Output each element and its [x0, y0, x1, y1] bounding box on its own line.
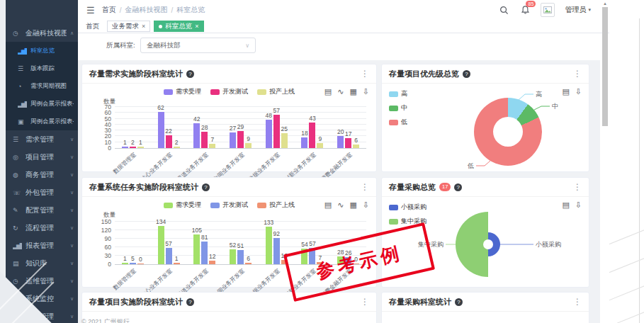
sidebar-item-项目管理[interactable]: ◎项目管理∨	[6, 148, 78, 166]
bar-投产上线[interactable]	[209, 144, 215, 148]
bar-需求受理[interactable]	[337, 136, 344, 148]
scrollbar-thumb[interactable]	[602, 7, 608, 126]
data-view-icon[interactable]: ▤	[324, 87, 332, 96]
line-toggle-icon[interactable]: ∿	[337, 200, 344, 209]
more-icon[interactable]: ⋮	[361, 297, 369, 307]
department-select[interactable]: 金融科技部 ∨	[140, 38, 256, 53]
bar-开发测试[interactable]	[166, 248, 172, 264]
download-icon[interactable]: ⇩	[363, 200, 369, 209]
sidebar-item-配置管理[interactable]: ✎配置管理∨	[6, 201, 78, 219]
tab-dept-overview[interactable]: 科室总览 ×	[154, 21, 203, 32]
bar-开发测试[interactable]	[201, 242, 208, 264]
legend-item-开发测试[interactable]: 开发测试	[210, 200, 248, 210]
bar-开发测试[interactable]	[237, 131, 244, 148]
sidebar-item-运维管理[interactable]: ◷运维管理∨	[6, 272, 78, 290]
more-icon[interactable]: ⋮	[361, 69, 369, 79]
bar-投产上线[interactable]	[245, 143, 252, 148]
more-icon[interactable]: ⋮	[361, 182, 369, 192]
help-icon[interactable]: ?	[454, 183, 462, 191]
bar-开发测试[interactable]	[345, 138, 351, 148]
bar-需求受理[interactable]	[301, 137, 307, 148]
bar-开发测试[interactable]	[309, 123, 315, 148]
close-icon[interactable]: ×	[142, 22, 145, 30]
more-icon[interactable]: ⋮	[573, 182, 582, 192]
bar-需求受理[interactable]	[158, 226, 164, 264]
bar-需求受理[interactable]	[122, 147, 128, 148]
data-view-icon[interactable]: ▤	[562, 87, 569, 96]
sidebar-item-周例会展示报表-采购[interactable]: ▣周例会展示报表-采购	[6, 113, 78, 130]
data-view-icon[interactable]: ▤	[324, 200, 332, 209]
sidebar-item-科室总览[interactable]: ▂▅▇科室总览	[6, 42, 78, 60]
avatar[interactable]	[541, 3, 555, 17]
bar-需求受理[interactable]	[266, 120, 272, 148]
sidebar-item-需求管理[interactable]: ☰需求管理∨	[6, 130, 78, 148]
legend-item-需求受理[interactable]: 需求受理	[164, 200, 201, 210]
legend-item-中[interactable]: 中	[389, 103, 407, 113]
bar-需求受理[interactable]	[193, 123, 200, 148]
bar-toggle-icon[interactable]: ▦	[349, 200, 356, 209]
help-icon[interactable]: ?	[463, 70, 470, 78]
bar-开发测试[interactable]	[273, 238, 280, 264]
download-icon[interactable]: ⇩	[575, 200, 582, 209]
bar-需求受理[interactable]	[266, 227, 272, 264]
search-icon[interactable]	[498, 4, 509, 16]
data-view-icon[interactable]: ▤	[562, 200, 569, 209]
legend-item-高[interactable]: 高	[389, 89, 407, 98]
sidebar-item-流程管理[interactable]: ↻流程管理∨	[6, 219, 78, 237]
bar-投产上线[interactable]	[245, 263, 252, 264]
user-menu[interactable]: 管理员 ▾	[565, 5, 591, 15]
scroll-up-icon[interactable]: ▴	[601, 0, 609, 7]
more-icon[interactable]: ⋮	[573, 69, 582, 79]
bar-投产上线[interactable]	[353, 144, 359, 148]
sidebar-item-周例会展示报表-项目[interactable]: ▂▅▇周例会展示报表-项目	[6, 95, 78, 113]
legend-item-投产上线[interactable]: 投产上线	[257, 87, 295, 96]
help-icon[interactable]: ?	[455, 298, 463, 306]
sidebar-item-需求周期视图[interactable]: ◔需求周期视图	[6, 77, 78, 95]
bar-需求受理[interactable]	[158, 112, 164, 148]
download-icon[interactable]: ⇩	[575, 87, 582, 96]
bar-需求受理[interactable]	[230, 249, 236, 264]
more-icon[interactable]: ⋮	[573, 297, 582, 307]
bar-开发测试[interactable]	[273, 115, 280, 148]
bar-开发测试[interactable]	[237, 250, 244, 264]
sidebar-item-报表管理[interactable]: ▂▅▇报表管理∨	[6, 237, 78, 254]
breadcrumb-link[interactable]: 金融科技视图	[125, 5, 167, 15]
bar-需求受理[interactable]	[230, 132, 236, 148]
bar-投产上线[interactable]	[174, 147, 180, 148]
bar-投产上线[interactable]	[137, 147, 144, 148]
bar-开发测试[interactable]	[130, 147, 136, 148]
help-icon[interactable]: ?	[186, 70, 194, 78]
bar-wrap: 2	[130, 147, 136, 148]
hamburger-icon[interactable]: ☰	[86, 5, 95, 16]
legend-item-需求受理[interactable]: 需求受理	[164, 87, 201, 96]
download-icon[interactable]: ⇩	[363, 87, 369, 96]
bar-开发测试[interactable]	[201, 132, 208, 148]
legend-item-低[interactable]: 低	[389, 118, 407, 127]
bar-toggle-icon[interactable]: ▦	[349, 87, 356, 96]
breadcrumb-home[interactable]: 首页	[102, 5, 116, 15]
notification-bell-icon[interactable]: 85	[519, 4, 531, 16]
help-icon[interactable]: ?	[202, 183, 210, 191]
bar-需求受理[interactable]	[193, 234, 200, 264]
bar-投产上线[interactable]	[137, 264, 144, 264]
sidebar-item-金融科技视图[interactable]: ◷金融科技视图∧	[6, 24, 78, 42]
bar-开发测试[interactable]	[166, 135, 172, 148]
close-icon[interactable]: ×	[195, 22, 198, 30]
tab-business-demand[interactable]: 业务需求 ×	[107, 21, 150, 32]
tab-home[interactable]: 首页	[81, 21, 103, 31]
legend-item-投产上线[interactable]: 投产上线	[257, 200, 295, 210]
bar-投产上线[interactable]	[317, 143, 323, 148]
line-toggle-icon[interactable]: ∿	[337, 87, 344, 96]
bar-需求受理[interactable]	[122, 263, 128, 264]
legend-item-开发测试[interactable]: 开发测试	[210, 87, 248, 96]
legend-item-小额采购[interactable]: 小额采购	[389, 203, 426, 212]
sidebar-item-知识库[interactable]: ▤知识库∨	[6, 254, 78, 272]
sidebar-item-外包管理[interactable]: ☏外包管理∨	[6, 183, 78, 201]
sidebar-item-商务管理[interactable]: ◍商务管理∨	[6, 166, 78, 183]
sidebar-item-版本跟踪[interactable]: ☰版本跟踪	[6, 60, 78, 77]
bar-开发测试[interactable]	[130, 263, 136, 264]
bar-投产上线[interactable]	[209, 261, 215, 264]
bar-投产上线[interactable]	[281, 133, 288, 148]
bar-投产上线[interactable]	[174, 263, 180, 264]
help-icon[interactable]: ?	[186, 298, 194, 306]
